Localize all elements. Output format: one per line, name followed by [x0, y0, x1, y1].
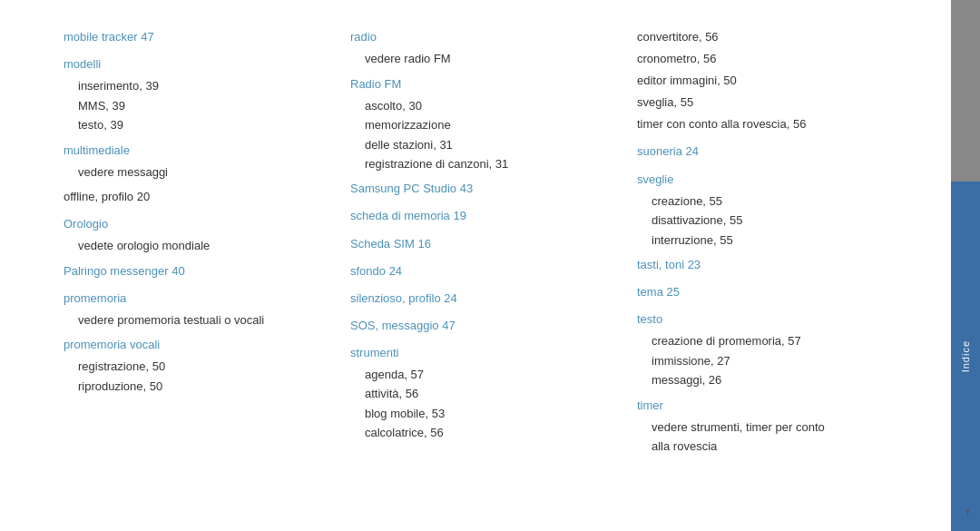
entry-plain-text: sveglia, 55	[637, 95, 693, 109]
entry-link-text: timer	[637, 398, 663, 412]
entry-plain-text: editor immagini, 50	[637, 74, 737, 87]
list-item: Radio FM	[350, 74, 619, 94]
list-item: convertitore, 56	[637, 27, 906, 47]
column-3: convertitore, 56cronometro, 56editor imm…	[637, 27, 924, 513]
list-item: timer con conto alla rovescia, 56	[637, 114, 906, 134]
sub-entry: attività, 56	[350, 384, 619, 403]
list-item: Scheda SIM 16	[350, 234, 619, 254]
sub-entry: inserimento, 39	[64, 76, 332, 95]
sub-entry: riproduzione, 50	[64, 377, 332, 396]
list-item: silenzioso, profilo 24	[350, 289, 619, 309]
sidebar-label: Indice	[960, 340, 971, 372]
list-item: testo	[637, 310, 906, 329]
list-item: Samsung PC Studio 43	[350, 179, 619, 199]
list-item: Orologio	[64, 214, 332, 234]
sub-entry: vedere promemoria testuali o vocali	[64, 310, 332, 329]
entry-link-text: mobile tracker 47	[64, 30, 154, 44]
sub-entry: ascolto, 30	[350, 96, 619, 115]
entry-link-text: sveglie	[637, 172, 673, 186]
list-item: modelli	[64, 54, 332, 74]
list-item: strumenti	[350, 343, 619, 363]
entry-plain-text: offline, profilo 20	[64, 190, 150, 203]
sub-entry: registrazione di canzoni, 31	[350, 154, 619, 173]
sub-entry: delle stazioni, 31	[350, 135, 619, 154]
main-content: mobile tracker 47modelliinserimento, 39M…	[0, 0, 951, 531]
list-item: cronometro, 56	[637, 49, 906, 69]
sidebar-tab: Indice	[951, 182, 980, 531]
entry-link-text: scheda di memoria 19	[350, 209, 466, 222]
entry-link-text: tema 25	[637, 285, 680, 299]
entry-link-text: modelli	[64, 57, 101, 71]
sub-entry: agenda, 57	[350, 365, 619, 384]
list-item: tema 25	[637, 282, 906, 302]
list-item: sveglie	[637, 170, 906, 190]
sub-entry: vedere radio FM	[350, 49, 619, 68]
entry-link-text: promemoria	[64, 291, 126, 305]
sub-entry: messaggi, 26	[637, 370, 906, 389]
sub-entry: alla rovescia	[637, 437, 906, 456]
sub-entry: blog mobile, 53	[350, 404, 619, 423]
column-1: mobile tracker 47modelliinserimento, 39M…	[64, 27, 350, 513]
sub-entry: vedere strumenti, timer per conto	[637, 418, 906, 437]
list-item: mobile tracker 47	[64, 27, 332, 47]
list-item: promemoria vocali	[64, 335, 332, 355]
list-item: sveglia, 55	[637, 93, 906, 113]
list-item: timer	[637, 396, 906, 416]
list-item: editor immagini, 50	[637, 71, 906, 91]
list-item: sfondo 24	[350, 261, 619, 281]
sub-entry: creazione, 55	[637, 192, 906, 211]
list-item: SOS, messaggio 47	[350, 316, 619, 336]
sub-entry: memorizzazione	[350, 115, 619, 134]
entry-link-text: Samsung PC Studio 43	[350, 182, 473, 195]
entry-link-text: multimediale	[64, 143, 130, 157]
entry-link-text: Orologio	[64, 217, 108, 231]
sub-entry: MMS, 39	[64, 96, 332, 115]
list-item: multimediale	[64, 141, 332, 161]
entry-plain-text: cronometro, 56	[637, 52, 716, 65]
entry-link-text: Radio FM	[350, 77, 401, 91]
sidebar: Indice	[951, 0, 980, 531]
sub-entry: calcolatrice, 56	[350, 423, 619, 442]
sub-entry: testo, 39	[64, 115, 332, 134]
sub-entry: vedete orologio mondiale	[64, 236, 332, 255]
entry-link-text: tasti, toni 23	[637, 258, 701, 271]
list-item: promemoria	[64, 289, 332, 309]
entry-link-text: Palringo messenger 40	[64, 264, 185, 278]
sub-entry: interruzione, 55	[637, 231, 906, 250]
entry-link-text: radio	[350, 30, 377, 44]
list-item: radio	[350, 27, 619, 47]
entry-link-text: silenzioso, profilo 24	[350, 291, 457, 305]
list-item: scheda di memoria 19	[350, 206, 619, 226]
entry-link-text: suoneria 24	[637, 144, 699, 158]
sub-entry: immissione, 27	[637, 351, 906, 370]
list-item: offline, profilo 20	[64, 187, 332, 207]
column-2: radiovedere radio FMRadio FMascolto, 30m…	[350, 27, 637, 513]
list-item: tasti, toni 23	[637, 255, 906, 275]
entry-link-text: promemoria vocali	[64, 338, 160, 351]
sub-entry: registrazione, 50	[64, 357, 332, 376]
sub-entry: disattivazione, 55	[637, 211, 906, 230]
entry-link-text: strumenti	[350, 346, 398, 359]
entry-plain-text: convertitore, 56	[637, 30, 719, 44]
list-item: Palringo messenger 40	[64, 261, 332, 281]
sub-entry: vedere messaggi	[64, 162, 332, 182]
entry-link-text: SOS, messaggio 47	[350, 319, 456, 332]
footer-letter: f	[966, 507, 969, 520]
sub-entry: creazione di promemoria, 57	[637, 331, 906, 350]
entry-link-text: testo	[637, 312, 662, 326]
entry-plain-text: timer con conto alla rovescia, 56	[637, 117, 806, 131]
entry-link-text: sfondo 24	[350, 264, 402, 278]
list-item: suoneria 24	[637, 142, 906, 162]
entry-link-text: Scheda SIM 16	[350, 237, 431, 251]
